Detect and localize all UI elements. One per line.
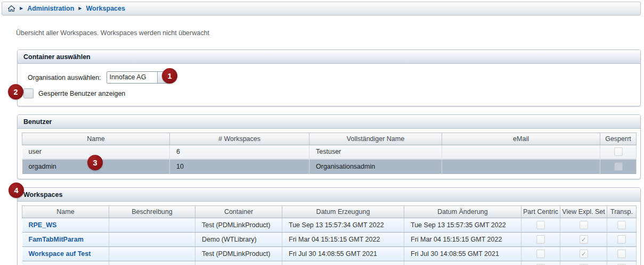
cell-aenderung: Fri Mar 04 15:15:15 GMT 2022 <box>404 233 521 247</box>
col-ws-name[interactable]: Name <box>22 206 109 218</box>
gesperrt-checkbox <box>614 147 623 156</box>
cell-workspaces: 10 <box>170 159 309 174</box>
cell-erzeugung <box>282 261 404 265</box>
cell-container <box>195 261 282 265</box>
cell-container: Test (PDMLinkProduct) <box>195 247 282 261</box>
cell-transp <box>607 261 637 265</box>
col-email[interactable]: eMail <box>442 133 600 145</box>
container-panel-title: Container auswählen <box>18 50 640 64</box>
cell-container: Test (PDMLinkProduct) <box>195 218 282 233</box>
cell-part-centric <box>521 261 560 265</box>
workspaces-panel: Workspaces Name Beschreibung Container D… <box>17 187 641 265</box>
cell-transp <box>607 247 637 261</box>
breadcrumb-administration[interactable]: Administration <box>27 5 74 12</box>
users-panel: Benutzer Name # Workspaces Vollständiger… <box>17 114 641 179</box>
organisation-select-row: Organisation auswählen: Innoface AG ▼ <box>28 71 170 84</box>
callout-1: 1 <box>162 68 177 84</box>
cell-transp <box>607 233 637 247</box>
cell-part-centric <box>521 233 560 247</box>
col-part-centric[interactable]: Part Centric <box>521 206 560 218</box>
col-num-workspaces[interactable]: # Workspaces <box>170 133 309 145</box>
cell-full-name: Organisationsadmin <box>309 159 442 174</box>
workspace-link[interactable]: Workspace auf Test <box>22 247 109 261</box>
callout-2: 2 <box>8 84 23 100</box>
organisation-dropdown-value: Innoface AG <box>107 72 157 83</box>
cell-email <box>442 159 600 174</box>
workspace-row: RPE_WS Test (PDMLinkProduct) Tue Sep 13 … <box>22 218 637 233</box>
col-full-name[interactable]: Vollständiger Name <box>309 133 442 145</box>
cell-view-expl-set: ✓ <box>560 233 607 247</box>
cell-aenderung <box>404 261 521 265</box>
show-locked-users-row: Gesperrte Benutzer anzeigen <box>23 88 125 98</box>
users-table: Name # Workspaces Vollständiger Name eMa… <box>22 132 637 174</box>
page: ▶ Administration ▶ Workspaces Übersicht … <box>0 0 644 265</box>
col-gesperrt[interactable]: Gesperrt <box>600 133 637 145</box>
workspace-row: FamTabMitParam Demo (WTLibrary) Fri Mar … <box>22 233 637 247</box>
part-centric-checkbox <box>536 250 545 258</box>
cell-erzeugung: Fri Jul 30 14:08:55 GMT 2021 <box>282 247 404 261</box>
show-locked-users-checkbox[interactable] <box>23 88 34 98</box>
show-locked-users-label: Gesperrte Benutzer anzeigen <box>38 90 125 97</box>
col-container[interactable]: Container <box>195 206 282 218</box>
col-view-expl-set[interactable]: View Expl. Set <box>560 206 607 218</box>
cell-beschreibung <box>109 247 195 261</box>
transp-checkbox <box>617 250 626 258</box>
gesperrt-checkbox <box>614 162 623 171</box>
home-icon[interactable] <box>7 5 15 12</box>
organisation-dropdown[interactable]: Innoface AG ▼ <box>107 71 170 84</box>
cell-aenderung: Fri Jul 30 14:08:55 GMT 2021 <box>404 247 521 261</box>
transp-checkbox <box>617 235 626 244</box>
workspaces-panel-title: Workspaces <box>18 188 640 202</box>
cell-gesperrt <box>600 145 637 159</box>
workspaces-table-header: Name Beschreibung Container Datum Erzeug… <box>22 206 637 218</box>
cell-name <box>22 261 109 265</box>
cell-part-centric <box>521 247 560 261</box>
view-expl-set-checkbox <box>580 221 588 229</box>
cell-beschreibung <box>109 233 195 247</box>
transp-checkbox <box>617 221 626 229</box>
cell-erzeugung: Tue Sep 13 15:57:34 GMT 2022 <box>282 218 404 233</box>
cell-email <box>442 145 600 159</box>
cell-beschreibung <box>109 261 195 265</box>
workspace-row-partial <box>22 261 637 265</box>
users-table-header: Name # Workspaces Vollständiger Name eMa… <box>22 133 637 145</box>
cell-erzeugung: Fri Mar 04 15:15:15 GMT 2022 <box>282 233 404 247</box>
users-panel-title: Benutzer <box>18 115 640 129</box>
view-expl-set-checkbox: ✓ <box>580 250 588 258</box>
callout-4: 4 <box>9 183 24 198</box>
breadcrumb-separator-icon: ▶ <box>20 6 23 11</box>
container-select-panel: Container auswählen Organisation auswähl… <box>17 49 641 106</box>
organisation-select-label: Organisation auswählen: <box>28 74 101 81</box>
breadcrumb-separator-icon: ▶ <box>78 6 81 11</box>
workspace-row: Workspace auf Test Test (PDMLinkProduct)… <box>22 247 637 261</box>
user-row-orgadmin[interactable]: orgadmin 10 Organisationsadmin <box>22 159 637 174</box>
breadcrumb-workspaces[interactable]: Workspaces <box>86 5 125 12</box>
cell-part-centric <box>521 218 560 233</box>
cell-gesperrt <box>600 159 637 174</box>
cell-container: Demo (WTLibrary) <box>195 233 282 247</box>
col-datum-aenderung[interactable]: Datum Änderung <box>404 206 521 218</box>
cell-workspaces: 6 <box>170 145 309 159</box>
callout-3: 3 <box>87 155 103 170</box>
col-name[interactable]: Name <box>22 133 170 145</box>
cell-view-expl-set: ✓ <box>560 247 607 261</box>
col-beschreibung[interactable]: Beschreibung <box>109 206 195 218</box>
user-row-user[interactable]: user 6 Testuser <box>22 145 637 159</box>
cell-transp <box>607 218 637 233</box>
cell-beschreibung <box>109 218 195 233</box>
part-centric-checkbox <box>536 221 545 229</box>
breadcrumb: ▶ Administration ▶ Workspaces <box>2 2 641 15</box>
part-centric-checkbox <box>536 235 545 244</box>
col-transp[interactable]: Transp. <box>607 206 637 218</box>
cell-aenderung: Tue Sep 13 15:57:35 GMT 2022 <box>404 218 521 233</box>
cell-full-name: Testuser <box>309 145 442 159</box>
col-datum-erzeugung[interactable]: Datum Erzeugung <box>282 206 404 218</box>
cell-view-expl-set <box>560 218 607 233</box>
workspace-link[interactable]: FamTabMitParam <box>22 233 109 247</box>
cell-view-expl-set <box>560 261 607 265</box>
page-description: Übersicht aller Workspaces. Workspaces w… <box>16 29 209 37</box>
view-expl-set-checkbox: ✓ <box>580 235 588 244</box>
workspaces-table: Name Beschreibung Container Datum Erzeug… <box>22 205 637 265</box>
workspace-link[interactable]: RPE_WS <box>22 218 109 233</box>
